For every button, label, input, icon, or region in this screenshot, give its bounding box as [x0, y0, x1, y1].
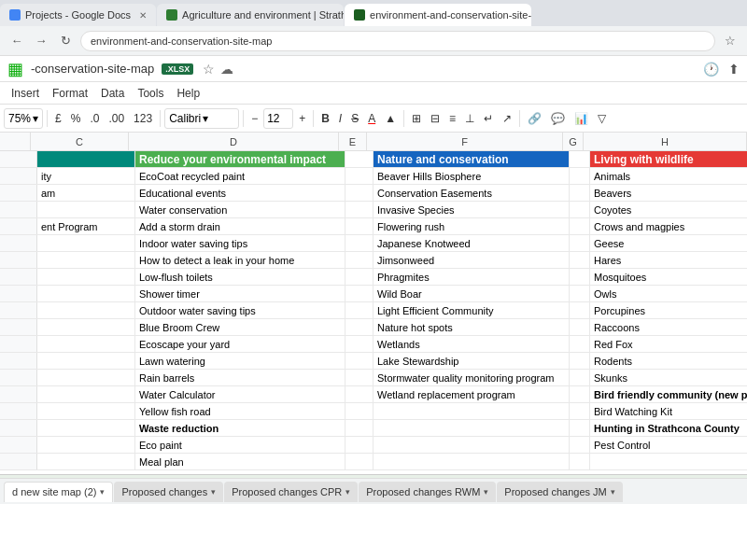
share-icon[interactable]: ⬆: [728, 62, 740, 77]
sheet-tab-2-arrow[interactable]: ▾: [211, 487, 216, 497]
cell-f[interactable]: [374, 403, 570, 419]
sheet-tab-3[interactable]: Proposed changes CPR ▾: [224, 482, 358, 502]
align-button[interactable]: ≡: [445, 108, 459, 129]
menu-data[interactable]: Data: [95, 85, 130, 102]
sheet-tab-5-arrow[interactable]: ▾: [611, 487, 615, 497]
link-button[interactable]: 🔗: [524, 108, 545, 129]
sheet-tab-4[interactable]: Proposed changes RWM ▾: [359, 482, 496, 502]
cell-h[interactable]: Hunting in Strathcona County: [590, 420, 747, 436]
browser-tab-3[interactable]: environment-and-conservation-site-... ✕: [345, 4, 531, 26]
merge-button[interactable]: ⊟: [427, 108, 444, 129]
borders-button[interactable]: ⊞: [408, 108, 425, 129]
cell-f[interactable]: Light Efficient Community: [374, 302, 570, 318]
col-header-d[interactable]: D: [129, 133, 339, 150]
col-header-g[interactable]: G: [563, 133, 584, 150]
cell-d[interactable]: Yellow fish road: [135, 403, 345, 419]
col-header-e[interactable]: E: [339, 133, 367, 150]
cell-h[interactable]: Crows and magpies: [590, 218, 747, 234]
decimal2-button[interactable]: .00: [105, 108, 128, 129]
cell-f[interactable]: Conservation Easements: [374, 185, 570, 201]
cell-d[interactable]: Eco paint: [135, 437, 345, 453]
menu-insert[interactable]: Insert: [6, 85, 45, 102]
cell-h[interactable]: Pest Control: [590, 437, 747, 453]
cell-f[interactable]: Lake Stewardship: [374, 353, 570, 369]
cell-f[interactable]: Flowering rush: [374, 218, 570, 234]
cell-d[interactable]: Meal plan: [135, 454, 345, 469]
cell-d[interactable]: Indoor water saving tips: [135, 235, 345, 251]
cell-d[interactable]: Add a storm drain: [135, 218, 345, 234]
cell-d[interactable]: Educational events: [135, 185, 345, 201]
cell-f[interactable]: Beaver Hills Biosphere: [374, 168, 570, 184]
cell-c[interactable]: [37, 252, 135, 268]
cell-f[interactable]: Wetlands: [374, 336, 570, 352]
back-button[interactable]: ←: [7, 32, 26, 50]
cell-d[interactable]: EcoCoat recycled paint: [135, 168, 345, 184]
sheet-tab-1[interactable]: d new site map (2) ▾: [4, 482, 113, 502]
cell-h[interactable]: Red Fox: [590, 336, 747, 352]
cell-d[interactable]: Blue Broom Crew: [135, 319, 345, 335]
cell-h[interactable]: Geese: [590, 235, 747, 251]
cell-c[interactable]: [37, 420, 135, 436]
font-dropdown-icon[interactable]: ▾: [203, 112, 208, 125]
cell-h[interactable]: Mosquitoes: [590, 269, 747, 285]
chart-button[interactable]: 📊: [571, 108, 592, 129]
cell-h[interactable]: Raccoons: [590, 319, 747, 335]
cell-d[interactable]: Waste reduction: [135, 420, 345, 436]
cell-d[interactable]: Ecoscape your yard: [135, 336, 345, 352]
zoom-selector[interactable]: 75% ▾: [4, 108, 43, 129]
cell-f[interactable]: Phragmites: [374, 269, 570, 285]
cell-d[interactable]: Water Calculator: [135, 386, 345, 402]
percent-button[interactable]: %: [67, 108, 85, 129]
cell-d[interactable]: How to detect a leak in your home: [135, 252, 345, 268]
cell-c[interactable]: [37, 386, 135, 402]
cell-f[interactable]: Japanese Knotweed: [374, 235, 570, 251]
cell-c[interactable]: [37, 302, 135, 318]
cell-f[interactable]: Invasive Species: [374, 202, 570, 217]
bookmark-button[interactable]: ☆: [721, 32, 740, 50]
font-color-button[interactable]: A: [364, 108, 379, 129]
rotate-button[interactable]: ↗: [499, 108, 515, 129]
cell-d[interactable]: Outdoor water saving tips: [135, 302, 345, 318]
history-icon[interactable]: 🕐: [703, 62, 719, 77]
cell-h-header[interactable]: Living with wildlife: [590, 151, 747, 167]
cell-h[interactable]: [590, 454, 747, 469]
cell-f[interactable]: Jimsonweed: [374, 252, 570, 268]
cell-c[interactable]: ent Program: [37, 218, 135, 234]
cell-c[interactable]: [37, 454, 135, 469]
cell-f[interactable]: Stormwater quality monitoring program: [374, 370, 570, 385]
cell-c[interactable]: [37, 319, 135, 335]
format123-button[interactable]: 123: [130, 108, 156, 129]
cell-c[interactable]: am: [37, 185, 135, 201]
cell-c[interactable]: [37, 353, 135, 369]
cell-d[interactable]: Shower timer: [135, 286, 345, 301]
forward-button[interactable]: →: [32, 32, 50, 50]
sheet-tab-5[interactable]: Proposed changes JM ▾: [497, 482, 622, 502]
cell-h[interactable]: Owls: [590, 286, 747, 301]
cell-c[interactable]: [37, 269, 135, 285]
cell-c[interactable]: ity: [37, 168, 135, 184]
cell-f[interactable]: [374, 454, 570, 469]
star-icon[interactable]: ☆: [203, 62, 215, 77]
cell-c[interactable]: [37, 403, 135, 419]
font-size-box[interactable]: 12: [263, 108, 293, 129]
cell-f-header[interactable]: Nature and conservation: [374, 151, 570, 167]
cell-h[interactable]: Skunks: [590, 370, 747, 385]
zoom-dropdown-icon[interactable]: ▾: [33, 112, 38, 125]
sheet-tab-3-arrow[interactable]: ▾: [345, 487, 350, 497]
cell-c-header[interactable]: [37, 151, 135, 167]
cell-f[interactable]: Wild Boar: [374, 286, 570, 301]
bold-button[interactable]: B: [317, 108, 333, 129]
cell-c[interactable]: [37, 235, 135, 251]
sheet-tab-4-arrow[interactable]: ▾: [484, 487, 488, 497]
filter-button[interactable]: ▽: [594, 108, 610, 129]
reload-button[interactable]: ↻: [56, 32, 75, 50]
cell-f[interactable]: Nature hot spots: [374, 319, 570, 335]
cell-f[interactable]: [374, 420, 570, 436]
cell-h[interactable]: Porcupines: [590, 302, 747, 318]
valign-button[interactable]: ⊥: [461, 108, 478, 129]
highlight-button[interactable]: ▲: [381, 108, 400, 129]
cell-d[interactable]: Water conservation: [135, 202, 345, 217]
cell-h[interactable]: Beavers: [590, 185, 747, 201]
col-header-h[interactable]: H: [584, 133, 747, 150]
comment-button[interactable]: 💬: [547, 108, 569, 129]
